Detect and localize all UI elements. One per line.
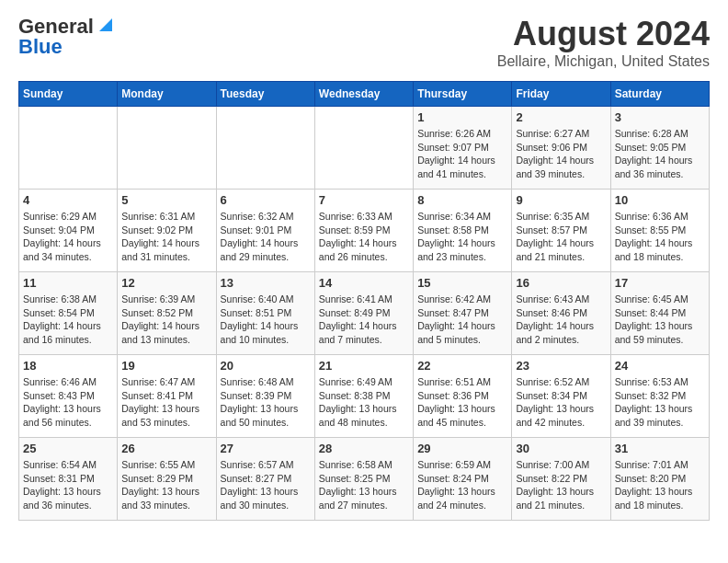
- day-number: 18: [23, 359, 113, 373]
- calendar-cell: 14Sunrise: 6:41 AMSunset: 8:49 PMDayligh…: [314, 272, 413, 355]
- day-info: Sunrise: 6:38 AMSunset: 8:54 PMDaylight:…: [23, 293, 113, 347]
- day-number: 23: [516, 359, 606, 373]
- day-number: 26: [121, 442, 211, 455]
- weekday-header-thursday: Thursday: [414, 82, 512, 107]
- subtitle: Bellaire, Michigan, United States: [497, 53, 710, 70]
- day-info: Sunrise: 6:35 AMSunset: 8:57 PMDaylight:…: [516, 210, 606, 264]
- calendar-cell: 4Sunrise: 6:29 AMSunset: 9:04 PMDaylight…: [19, 190, 118, 272]
- day-info: Sunrise: 6:58 AMSunset: 8:25 PMDaylight:…: [319, 458, 409, 512]
- day-info: Sunrise: 6:47 AMSunset: 8:41 PMDaylight:…: [121, 375, 211, 430]
- calendar-cell: 24Sunrise: 6:53 AMSunset: 8:32 PMDayligh…: [610, 355, 709, 438]
- day-number: 14: [319, 276, 409, 290]
- calendar-cell: 12Sunrise: 6:39 AMSunset: 8:52 PMDayligh…: [118, 272, 216, 355]
- day-number: 22: [417, 359, 507, 373]
- weekday-header-tuesday: Tuesday: [216, 82, 314, 107]
- logo-icon: [96, 15, 116, 35]
- day-info: Sunrise: 6:52 AMSunset: 8:34 PMDaylight:…: [516, 375, 606, 430]
- day-number: 13: [221, 276, 311, 290]
- day-info: Sunrise: 6:49 AMSunset: 8:38 PMDaylight:…: [319, 375, 409, 430]
- day-number: 12: [121, 276, 211, 290]
- calendar-cell: 21Sunrise: 6:49 AMSunset: 8:38 PMDayligh…: [314, 355, 413, 438]
- day-info: Sunrise: 6:34 AMSunset: 8:58 PMDaylight:…: [417, 210, 507, 264]
- day-number: 9: [516, 193, 606, 207]
- calendar-table: SundayMondayTuesdayWednesdayThursdayFrid…: [18, 81, 710, 521]
- day-info: Sunrise: 6:32 AMSunset: 9:01 PMDaylight:…: [221, 210, 311, 264]
- day-number: 17: [615, 276, 705, 290]
- calendar-cell: 9Sunrise: 6:35 AMSunset: 8:57 PMDaylight…: [512, 190, 610, 272]
- day-info: Sunrise: 6:46 AMSunset: 8:43 PMDaylight:…: [23, 375, 113, 430]
- day-info: Sunrise: 6:54 AMSunset: 8:31 PMDaylight:…: [23, 458, 113, 512]
- calendar-cell: 8Sunrise: 6:34 AMSunset: 8:58 PMDaylight…: [414, 190, 512, 272]
- calendar-cell: 23Sunrise: 6:52 AMSunset: 8:34 PMDayligh…: [512, 355, 610, 438]
- day-number: 3: [615, 110, 705, 124]
- calendar-cell: 15Sunrise: 6:42 AMSunset: 8:47 PMDayligh…: [414, 272, 512, 355]
- calendar-cell: [118, 107, 216, 190]
- day-number: 6: [221, 193, 311, 207]
- calendar-cell: 10Sunrise: 6:36 AMSunset: 8:55 PMDayligh…: [610, 190, 709, 272]
- day-number: 27: [221, 442, 311, 455]
- week-row-2: 4Sunrise: 6:29 AMSunset: 9:04 PMDaylight…: [19, 190, 710, 272]
- calendar-cell: 2Sunrise: 6:27 AMSunset: 9:06 PMDaylight…: [512, 107, 610, 190]
- day-info: Sunrise: 6:57 AMSunset: 8:27 PMDaylight:…: [221, 458, 311, 512]
- day-number: 21: [319, 359, 409, 373]
- weekday-header-monday: Monday: [118, 82, 216, 107]
- calendar-cell: 26Sunrise: 6:55 AMSunset: 8:29 PMDayligh…: [118, 438, 216, 521]
- weekday-header-row: SundayMondayTuesdayWednesdayThursdayFrid…: [19, 82, 710, 107]
- week-row-3: 11Sunrise: 6:38 AMSunset: 8:54 PMDayligh…: [19, 272, 710, 355]
- day-info: Sunrise: 6:51 AMSunset: 8:36 PMDaylight:…: [417, 375, 507, 430]
- calendar-cell: [314, 107, 413, 190]
- day-info: Sunrise: 6:28 AMSunset: 9:05 PMDaylight:…: [615, 127, 705, 181]
- calendar-cell: 1Sunrise: 6:26 AMSunset: 9:07 PMDaylight…: [414, 107, 512, 190]
- calendar-cell: 28Sunrise: 6:58 AMSunset: 8:25 PMDayligh…: [314, 438, 413, 521]
- calendar-cell: 16Sunrise: 6:43 AMSunset: 8:46 PMDayligh…: [512, 272, 610, 355]
- day-info: Sunrise: 6:41 AMSunset: 8:49 PMDaylight:…: [319, 293, 409, 347]
- day-info: Sunrise: 6:36 AMSunset: 8:55 PMDaylight:…: [615, 210, 705, 264]
- weekday-header-saturday: Saturday: [610, 82, 709, 107]
- day-number: 1: [417, 110, 507, 124]
- week-row-4: 18Sunrise: 6:46 AMSunset: 8:43 PMDayligh…: [19, 355, 710, 438]
- day-number: 25: [23, 442, 113, 455]
- day-number: 5: [121, 193, 211, 207]
- logo: General Blue: [18, 15, 116, 57]
- day-info: Sunrise: 6:55 AMSunset: 8:29 PMDaylight:…: [121, 458, 211, 512]
- day-info: Sunrise: 6:42 AMSunset: 8:47 PMDaylight:…: [417, 293, 507, 347]
- day-info: Sunrise: 6:59 AMSunset: 8:24 PMDaylight:…: [417, 458, 507, 512]
- day-number: 20: [221, 359, 311, 373]
- weekday-header-sunday: Sunday: [19, 82, 118, 107]
- logo-blue-text: Blue: [18, 37, 63, 57]
- day-info: Sunrise: 6:48 AMSunset: 8:39 PMDaylight:…: [221, 375, 311, 430]
- calendar-cell: 5Sunrise: 6:31 AMSunset: 9:02 PMDaylight…: [118, 190, 216, 272]
- day-info: Sunrise: 6:31 AMSunset: 9:02 PMDaylight:…: [121, 210, 211, 264]
- day-info: Sunrise: 6:33 AMSunset: 8:59 PMDaylight:…: [319, 210, 409, 264]
- calendar-cell: 25Sunrise: 6:54 AMSunset: 8:31 PMDayligh…: [19, 438, 118, 521]
- calendar-cell: 22Sunrise: 6:51 AMSunset: 8:36 PMDayligh…: [414, 355, 512, 438]
- day-info: Sunrise: 6:26 AMSunset: 9:07 PMDaylight:…: [417, 127, 507, 181]
- day-number: 24: [615, 359, 705, 373]
- day-info: Sunrise: 6:29 AMSunset: 9:04 PMDaylight:…: [23, 210, 113, 264]
- calendar-cell: 20Sunrise: 6:48 AMSunset: 8:39 PMDayligh…: [216, 355, 314, 438]
- calendar-cell: 30Sunrise: 7:00 AMSunset: 8:22 PMDayligh…: [512, 438, 610, 521]
- day-info: Sunrise: 6:45 AMSunset: 8:44 PMDaylight:…: [615, 293, 705, 347]
- week-row-1: 1Sunrise: 6:26 AMSunset: 9:07 PMDaylight…: [19, 107, 710, 190]
- day-number: 8: [417, 193, 507, 207]
- day-number: 10: [615, 193, 705, 207]
- header: General Blue August 2024 Bellaire, Michi…: [18, 15, 710, 70]
- day-number: 31: [615, 442, 705, 455]
- main-title: August 2024: [497, 15, 710, 53]
- calendar-cell: 6Sunrise: 6:32 AMSunset: 9:01 PMDaylight…: [216, 190, 314, 272]
- day-number: 11: [23, 276, 113, 290]
- calendar-cell: 18Sunrise: 6:46 AMSunset: 8:43 PMDayligh…: [19, 355, 118, 438]
- calendar-cell: 7Sunrise: 6:33 AMSunset: 8:59 PMDaylight…: [314, 190, 413, 272]
- day-info: Sunrise: 7:00 AMSunset: 8:22 PMDaylight:…: [516, 458, 606, 512]
- day-number: 7: [319, 193, 409, 207]
- calendar-cell: 31Sunrise: 7:01 AMSunset: 8:20 PMDayligh…: [610, 438, 709, 521]
- calendar-cell: 17Sunrise: 6:45 AMSunset: 8:44 PMDayligh…: [610, 272, 709, 355]
- day-info: Sunrise: 6:27 AMSunset: 9:06 PMDaylight:…: [516, 127, 606, 181]
- day-info: Sunrise: 6:53 AMSunset: 8:32 PMDaylight:…: [615, 375, 705, 430]
- logo-text: General: [18, 17, 94, 37]
- day-info: Sunrise: 6:43 AMSunset: 8:46 PMDaylight:…: [516, 293, 606, 347]
- calendar-cell: 3Sunrise: 6:28 AMSunset: 9:05 PMDaylight…: [610, 107, 709, 190]
- day-number: 16: [516, 276, 606, 290]
- svg-marker-0: [99, 18, 112, 31]
- day-info: Sunrise: 6:40 AMSunset: 8:51 PMDaylight:…: [221, 293, 311, 347]
